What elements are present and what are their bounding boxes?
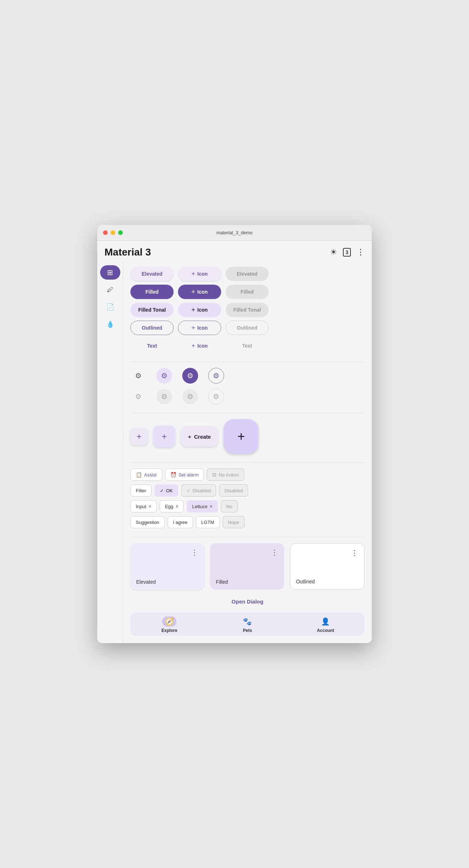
sidebar: ⊞ 🖊 📄 💧 [97, 261, 123, 643]
elevated-card-menu[interactable]: ⋮ [191, 548, 198, 557]
button-row-filled-tonal: Filled Tonal + Icon Filled Tonal [130, 303, 365, 317]
icon-btn-outlined[interactable]: ⚙ [208, 368, 224, 384]
text-icon-button[interactable]: + Icon [178, 339, 221, 353]
outlined-disabled-button: Outlined [225, 321, 269, 335]
nav-item-explore[interactable]: 🧭 Explore [155, 616, 184, 633]
app-body: ⊞ 🖊 📄 💧 Elevated + Icon Elevated [97, 261, 372, 643]
divider-3 [130, 462, 365, 463]
filled-tonal-icon-button[interactable]: + Icon [178, 303, 221, 317]
no-action-icon: ⊟ [212, 472, 216, 478]
input-label: Input [136, 504, 146, 509]
filled-tonal-disabled-button: Filled Tonal [225, 303, 269, 317]
open-dialog-button[interactable]: Open Dialog [232, 598, 263, 605]
divider-1 [130, 362, 365, 362]
egg-close-icon[interactable]: × [175, 503, 178, 509]
filled-icon-button[interactable]: + Icon [178, 285, 221, 299]
ok-chip[interactable]: ✓ OK [155, 484, 178, 497]
lgtm-chip[interactable]: LGTM [196, 516, 220, 528]
i-agree-chip[interactable]: I agree [168, 516, 193, 528]
chips-row-input: Input × Egg × Lettuce × No [130, 500, 365, 512]
lgtm-label: LGTM [201, 520, 214, 525]
filter-3-icon[interactable]: 3 [343, 248, 351, 257]
chips-row-suggestion: Suggestion I agree LGTM Nope [130, 516, 365, 528]
color-icon: 💧 [106, 320, 114, 328]
input-close-icon[interactable]: × [148, 503, 151, 509]
assist-chip[interactable]: 📋 Assist [130, 469, 162, 481]
filled-card[interactable]: ⋮ Filled [210, 543, 284, 590]
sidebar-item-text[interactable]: 📄 [100, 300, 120, 314]
nav-item-account[interactable]: 👤 Account [311, 616, 340, 633]
elevated-icon-button[interactable]: + Icon [178, 267, 221, 281]
outlined-card-label: Outlined [296, 579, 358, 584]
icon-btn-plain[interactable]: ⚙ [130, 368, 146, 384]
outlined-card[interactable]: ⋮ Outlined [290, 543, 365, 590]
button-row-outlined: Outlined + Icon Outlined [130, 321, 365, 335]
assist-chip-icon: 📋 [136, 472, 142, 478]
icon-buttons-section: ⚙ ⚙ ⚙ ⚙ ⚙ ⚙ ⚙ ⚙ [130, 368, 365, 404]
main-content: Elevated + Icon Elevated Filled + Icon F… [123, 261, 372, 643]
filter-chip[interactable]: Filter [130, 484, 152, 497]
divider-2 [130, 413, 365, 413]
elevated-card[interactable]: ⋮ Elevated [130, 543, 204, 590]
bottom-navigation: 🧭 Explore 🐾 Pets 👤 Account [130, 612, 365, 636]
ok-label: OK [166, 488, 173, 493]
fab-large[interactable]: + [224, 419, 258, 454]
egg-label: Egg [165, 504, 173, 509]
more-vert-icon[interactable]: ⋮ [357, 248, 365, 257]
filter-label: Filter [136, 488, 146, 493]
icon-btn-tonal-disabled: ⚙ [156, 389, 172, 404]
icon-btn-outlined-disabled: ⚙ [208, 389, 224, 404]
maximize-dot[interactable] [118, 230, 123, 235]
input-chip[interactable]: Input × [130, 500, 157, 512]
elevated-disabled-button: Elevated [225, 267, 269, 281]
no-action-label: No Action [219, 472, 239, 478]
chips-row-filter: Filter ✓ OK ✓ Disabled Disabled [130, 484, 365, 497]
divider-4 [130, 537, 365, 537]
button-row-text: Text + Icon Text [130, 339, 365, 353]
outlined-icon-button[interactable]: + Icon [178, 321, 221, 335]
text-disabled-button: Text [225, 339, 269, 353]
filled-button[interactable]: Filled [130, 285, 174, 299]
egg-chip[interactable]: Egg × [160, 500, 184, 512]
button-row-elevated: Elevated + Icon Elevated [130, 267, 365, 281]
button-row-filled: Filled + Icon Filled [130, 285, 365, 299]
disabled-label-1: Disabled [193, 488, 211, 493]
filled-tonal-button[interactable]: Filled Tonal [130, 303, 174, 317]
app-window: material_3_demo Material 3 ☀ 3 ⋮ ⊞ 🖊 📄 💧 [97, 225, 372, 643]
lettuce-chip[interactable]: Lettuce × [187, 500, 218, 512]
brightness-icon[interactable]: ☀ [330, 248, 337, 257]
buttons-section: Elevated + Icon Elevated Filled + Icon F… [130, 267, 365, 353]
nav-item-pets[interactable]: 🐾 Pets [233, 616, 262, 633]
account-nav-icon: 👤 [318, 616, 333, 627]
sidebar-item-color[interactable]: 💧 [100, 317, 120, 331]
open-dialog-container: Open Dialog [130, 598, 365, 605]
close-dot[interactable] [103, 230, 108, 235]
icon-btn-tonal[interactable]: ⚙ [156, 368, 172, 384]
suggestion-chip[interactable]: Suggestion [130, 516, 165, 528]
outlined-button[interactable]: Outlined [130, 321, 174, 335]
icon-btn-filled[interactable]: ⚙ [182, 368, 198, 384]
fab-plus-icon: + [188, 434, 191, 440]
set-alarm-chip[interactable]: ⏰ Set alarm [165, 469, 204, 481]
window-controls [103, 230, 123, 235]
filled-card-menu[interactable]: ⋮ [271, 548, 278, 557]
outlined-card-menu[interactable]: ⋮ [351, 548, 358, 557]
components-icon: ⊞ [107, 268, 113, 277]
sidebar-item-typography[interactable]: 🖊 [100, 282, 120, 297]
header-actions: ☀ 3 ⋮ [330, 248, 365, 257]
fab-medium[interactable]: + [153, 426, 175, 447]
alarm-icon: ⏰ [170, 472, 177, 478]
icon-btn-row-disabled: ⚙ ⚙ ⚙ ⚙ [130, 389, 365, 404]
icon-btn-row-enabled: ⚙ ⚙ ⚙ ⚙ [130, 368, 365, 384]
disabled-check-icon: ✓ [187, 488, 191, 493]
typography-icon: 🖊 [107, 286, 113, 294]
fab-small[interactable]: + [130, 428, 148, 445]
minimize-dot[interactable] [111, 230, 115, 235]
lettuce-close-icon[interactable]: × [210, 503, 213, 509]
explore-nav-icon: 🧭 [162, 616, 177, 627]
fab-extended[interactable]: + Create [181, 426, 218, 447]
sidebar-item-components[interactable]: ⊞ [100, 265, 120, 280]
text-button[interactable]: Text [130, 339, 174, 353]
elevated-button[interactable]: Elevated [130, 267, 174, 281]
fab-section: + + + Create + [130, 419, 365, 454]
